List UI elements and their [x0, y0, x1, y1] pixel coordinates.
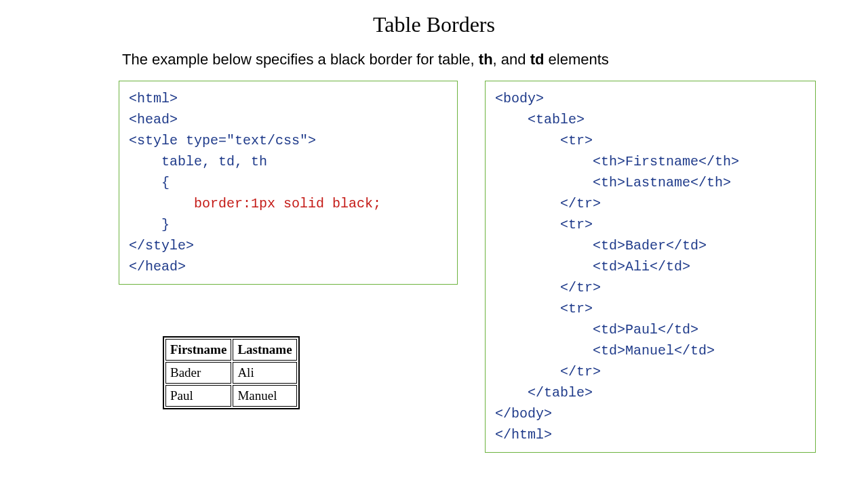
code-rule: border:1px solid black;: [194, 196, 381, 211]
table-row: Paul Manuel: [165, 385, 297, 407]
code-line: <html>: [129, 91, 178, 106]
code-line: <tr>: [495, 301, 593, 317]
preview-cell: Bader: [165, 362, 231, 384]
desc-suffix: elements: [544, 51, 608, 68]
code-line: <tr>: [495, 133, 593, 148]
code-line: </head>: [129, 259, 186, 274]
code-line: <td>Manuel</td>: [495, 343, 715, 359]
preview-cell: Ali: [233, 362, 296, 384]
preview-header-firstname: Firstname: [165, 339, 231, 361]
code-line: <body>: [495, 91, 544, 106]
code-line: <td>Ali</td>: [495, 259, 690, 274]
code-line: <th>Firstname</th>: [495, 154, 739, 169]
rendered-preview: Firstname Lastname Bader Ali Paul Manuel: [163, 336, 300, 409]
code-line: table, td, th: [129, 154, 267, 169]
desc-th: th: [479, 51, 493, 68]
desc-mid: , and: [493, 51, 530, 68]
code-indent: [129, 196, 194, 211]
code-line: <table>: [495, 112, 585, 127]
description-text: The example below specifies a black bord…: [122, 51, 868, 68]
desc-td: td: [530, 51, 545, 68]
code-line: <td>Bader</td>: [495, 238, 707, 253]
code-head-box: <html> <head> <style type="text/css"> ta…: [119, 81, 458, 285]
table-row: Bader Ali: [165, 362, 297, 384]
code-line: }: [129, 217, 170, 232]
preview-header-lastname: Lastname: [233, 339, 296, 361]
code-line: <tr>: [495, 217, 593, 232]
desc-prefix: The example below specifies a black bord…: [122, 51, 479, 68]
code-line: <th>Lastname</th>: [495, 175, 731, 190]
preview-cell: Paul: [165, 385, 231, 407]
code-line: {: [129, 175, 170, 190]
page-title: Table Borders: [0, 12, 868, 37]
code-line: </table>: [495, 385, 593, 401]
code-line: </tr>: [495, 196, 601, 211]
code-line: </body>: [495, 406, 552, 422]
table-row: Firstname Lastname: [165, 339, 297, 361]
code-line: <head>: [129, 112, 178, 127]
code-body-box: <body> <table> <tr> <th>Firstname</th> <…: [485, 81, 816, 453]
code-line: <td>Paul</td>: [495, 322, 698, 338]
code-line: </tr>: [495, 364, 601, 380]
preview-cell: Manuel: [233, 385, 296, 407]
code-line: <style type="text/css">: [129, 133, 316, 148]
code-line: </tr>: [495, 280, 601, 296]
code-line: </style>: [129, 238, 194, 253]
preview-table: Firstname Lastname Bader Ali Paul Manuel: [163, 336, 300, 409]
code-line: </html>: [495, 427, 552, 443]
